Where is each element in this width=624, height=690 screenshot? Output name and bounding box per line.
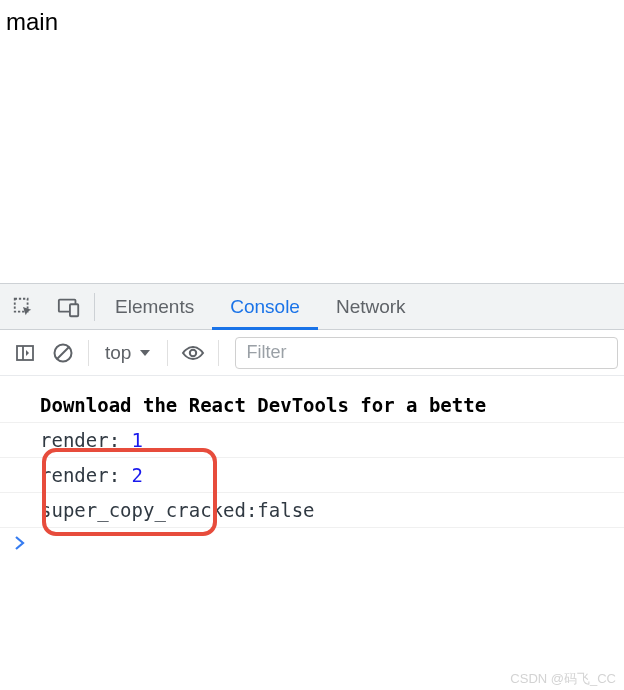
console-message: Download the React DevTools for a bette [0, 388, 624, 423]
device-toggle-icon[interactable] [46, 284, 92, 330]
svg-point-7 [190, 349, 196, 355]
console-output: Download the React DevTools for a bette … [0, 376, 624, 558]
console-log-label: render: [40, 429, 132, 451]
context-label: top [105, 342, 131, 364]
console-log-value: 1 [132, 429, 143, 451]
console-log-text: super_copy_cracked:false [40, 499, 315, 521]
console-text: Download the React DevTools for a bette [40, 394, 486, 416]
divider [94, 293, 95, 321]
console-log-value: 2 [132, 464, 143, 486]
devtools-panel: Elements Console Network top [0, 283, 624, 558]
context-selector[interactable]: top [95, 330, 161, 376]
console-log-row: super_copy_cracked:false [0, 493, 624, 528]
svg-rect-2 [70, 304, 78, 316]
prompt-caret-icon [14, 536, 26, 550]
tab-console[interactable]: Console [212, 284, 318, 330]
console-log-row: render: 2 [0, 458, 624, 493]
chevron-down-icon [139, 349, 151, 357]
divider [88, 340, 89, 366]
divider [167, 340, 168, 366]
filter-input[interactable] [235, 337, 618, 369]
page-content: main [0, 0, 624, 283]
console-log-label: render: [40, 464, 132, 486]
clear-console-icon[interactable] [44, 330, 82, 376]
console-prompt[interactable] [0, 528, 624, 558]
divider [218, 340, 219, 366]
page-text: main [6, 8, 58, 35]
devtools-tabs-bar: Elements Console Network [0, 284, 624, 330]
watermark: CSDN @码飞_CC [510, 670, 616, 688]
inspect-icon[interactable] [0, 284, 46, 330]
live-expression-icon[interactable] [174, 330, 212, 376]
sidebar-toggle-icon[interactable] [6, 330, 44, 376]
console-log-row: render: 1 [0, 423, 624, 458]
console-toolbar: top [0, 330, 624, 376]
svg-rect-3 [17, 346, 33, 360]
tab-elements[interactable]: Elements [97, 284, 212, 330]
svg-line-6 [57, 347, 69, 359]
tab-network[interactable]: Network [318, 284, 424, 330]
